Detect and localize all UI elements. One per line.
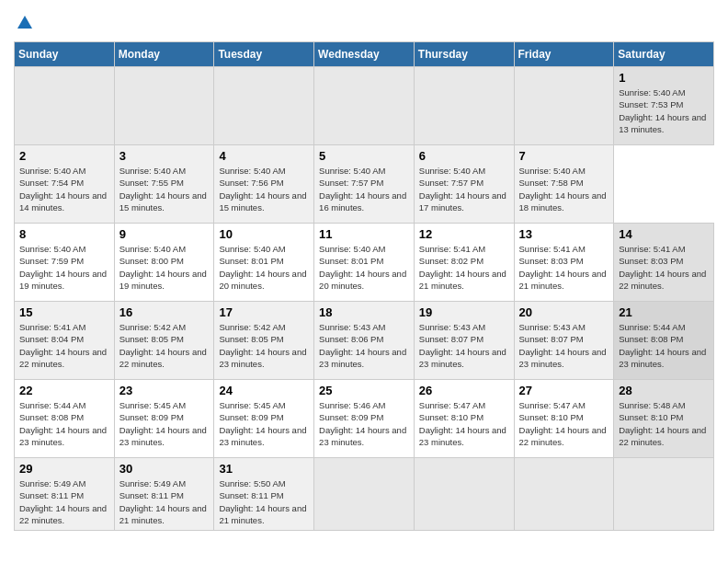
calendar-cell xyxy=(15,67,115,145)
day-info: Sunrise: 5:45 AMSunset: 8:09 PMDaylight:… xyxy=(219,399,309,448)
day-number: 7 xyxy=(519,149,609,163)
day-number: 11 xyxy=(319,227,409,241)
day-info: Sunrise: 5:45 AMSunset: 8:09 PMDaylight:… xyxy=(119,399,210,448)
day-number: 10 xyxy=(219,227,309,241)
day-info: Sunrise: 5:47 AMSunset: 8:10 PMDaylight:… xyxy=(419,399,509,448)
day-number: 29 xyxy=(19,462,109,476)
calendar-table: SundayMondayTuesdayWednesdayThursdayFrid… xyxy=(14,41,714,531)
calendar-cell: 24Sunrise: 5:45 AMSunset: 8:09 PMDayligh… xyxy=(214,380,314,458)
calendar-cell: 4Sunrise: 5:40 AMSunset: 7:56 PMDaylight… xyxy=(214,145,314,224)
calendar-cell xyxy=(314,458,415,531)
day-number: 16 xyxy=(119,305,210,319)
calendar-week-row: 1Sunrise: 5:40 AMSunset: 7:53 PMDaylight… xyxy=(15,67,714,145)
day-info: Sunrise: 5:44 AMSunset: 8:08 PMDaylight:… xyxy=(619,321,709,370)
calendar-cell xyxy=(314,67,415,145)
day-info: Sunrise: 5:43 AMSunset: 8:06 PMDaylight:… xyxy=(319,321,409,370)
calendar-header-tuesday: Tuesday xyxy=(214,42,314,67)
day-info: Sunrise: 5:41 AMSunset: 8:03 PMDaylight:… xyxy=(519,243,609,292)
logo xyxy=(14,14,34,32)
day-number: 13 xyxy=(519,227,609,241)
calendar-cell: 14Sunrise: 5:41 AMSunset: 8:03 PMDayligh… xyxy=(614,224,714,302)
day-number: 5 xyxy=(319,149,409,163)
calendar-header-sunday: Sunday xyxy=(15,42,115,67)
calendar-cell: 5Sunrise: 5:40 AMSunset: 7:57 PMDaylight… xyxy=(314,145,415,224)
calendar-cell xyxy=(414,458,514,531)
day-info: Sunrise: 5:40 AMSunset: 7:58 PMDaylight:… xyxy=(519,165,609,213)
calendar-cell: 21Sunrise: 5:44 AMSunset: 8:08 PMDayligh… xyxy=(614,302,714,380)
day-info: Sunrise: 5:49 AMSunset: 8:11 PMDaylight:… xyxy=(119,477,210,526)
day-number: 9 xyxy=(119,227,210,241)
day-number: 19 xyxy=(419,305,509,319)
day-info: Sunrise: 5:49 AMSunset: 8:11 PMDaylight:… xyxy=(19,477,109,526)
day-number: 26 xyxy=(419,384,509,397)
calendar-cell xyxy=(614,458,714,531)
day-number: 14 xyxy=(619,227,709,241)
day-number: 31 xyxy=(219,462,309,476)
day-number: 12 xyxy=(419,227,509,241)
day-info: Sunrise: 5:40 AMSunset: 7:57 PMDaylight:… xyxy=(419,165,509,213)
calendar-header-wednesday: Wednesday xyxy=(314,42,415,67)
calendar-cell: 12Sunrise: 5:41 AMSunset: 8:02 PMDayligh… xyxy=(414,224,514,302)
calendar-cell: 30Sunrise: 5:49 AMSunset: 8:11 PMDayligh… xyxy=(114,458,214,531)
svg-marker-0 xyxy=(17,16,32,29)
day-info: Sunrise: 5:40 AMSunset: 8:01 PMDaylight:… xyxy=(219,243,309,292)
calendar-cell: 6Sunrise: 5:40 AMSunset: 7:57 PMDaylight… xyxy=(414,145,514,224)
header xyxy=(14,14,714,32)
calendar-header-saturday: Saturday xyxy=(614,42,714,67)
day-info: Sunrise: 5:43 AMSunset: 8:07 PMDaylight:… xyxy=(419,321,509,370)
calendar-cell: 1Sunrise: 5:40 AMSunset: 7:53 PMDaylight… xyxy=(614,67,714,145)
calendar-cell xyxy=(114,67,214,145)
calendar-cell: 11Sunrise: 5:40 AMSunset: 8:01 PMDayligh… xyxy=(314,224,415,302)
day-info: Sunrise: 5:40 AMSunset: 7:53 PMDaylight:… xyxy=(619,86,709,135)
day-info: Sunrise: 5:44 AMSunset: 8:08 PMDaylight:… xyxy=(19,399,109,448)
logo-icon xyxy=(16,14,34,32)
day-info: Sunrise: 5:40 AMSunset: 8:01 PMDaylight:… xyxy=(319,243,409,292)
calendar-cell xyxy=(514,458,614,531)
calendar-cell: 20Sunrise: 5:43 AMSunset: 8:07 PMDayligh… xyxy=(514,302,614,380)
day-info: Sunrise: 5:40 AMSunset: 7:59 PMDaylight:… xyxy=(19,243,109,292)
day-number: 15 xyxy=(19,305,109,319)
calendar-cell: 10Sunrise: 5:40 AMSunset: 8:01 PMDayligh… xyxy=(214,224,314,302)
day-number: 21 xyxy=(619,305,709,319)
day-number: 18 xyxy=(319,305,409,319)
day-info: Sunrise: 5:43 AMSunset: 8:07 PMDaylight:… xyxy=(519,321,609,370)
calendar-cell xyxy=(514,67,614,145)
calendar-cell: 13Sunrise: 5:41 AMSunset: 8:03 PMDayligh… xyxy=(514,224,614,302)
calendar-cell: 29Sunrise: 5:49 AMSunset: 8:11 PMDayligh… xyxy=(15,458,115,531)
day-info: Sunrise: 5:40 AMSunset: 7:57 PMDaylight:… xyxy=(319,165,409,213)
day-number: 22 xyxy=(19,384,109,397)
day-number: 6 xyxy=(419,149,509,163)
calendar-cell xyxy=(214,67,314,145)
calendar-week-row: 2Sunrise: 5:40 AMSunset: 7:54 PMDaylight… xyxy=(15,145,714,224)
calendar-week-row: 29Sunrise: 5:49 AMSunset: 8:11 PMDayligh… xyxy=(15,458,714,531)
calendar-header-thursday: Thursday xyxy=(414,42,514,67)
day-number: 23 xyxy=(119,384,210,397)
calendar-cell: 17Sunrise: 5:42 AMSunset: 8:05 PMDayligh… xyxy=(214,302,314,380)
day-number: 2 xyxy=(19,149,109,163)
day-info: Sunrise: 5:40 AMSunset: 8:00 PMDaylight:… xyxy=(119,243,210,292)
day-number: 24 xyxy=(219,384,309,397)
calendar-header-row: SundayMondayTuesdayWednesdayThursdayFrid… xyxy=(15,42,714,67)
day-info: Sunrise: 5:42 AMSunset: 8:05 PMDaylight:… xyxy=(219,321,309,370)
day-number: 20 xyxy=(519,305,609,319)
day-info: Sunrise: 5:41 AMSunset: 8:03 PMDaylight:… xyxy=(619,243,709,292)
calendar-cell: 27Sunrise: 5:47 AMSunset: 8:10 PMDayligh… xyxy=(514,380,614,458)
day-number: 17 xyxy=(219,305,309,319)
calendar-cell: 16Sunrise: 5:42 AMSunset: 8:05 PMDayligh… xyxy=(114,302,214,380)
calendar-cell: 25Sunrise: 5:46 AMSunset: 8:09 PMDayligh… xyxy=(314,380,415,458)
calendar-week-row: 22Sunrise: 5:44 AMSunset: 8:08 PMDayligh… xyxy=(15,380,714,458)
calendar-cell: 23Sunrise: 5:45 AMSunset: 8:09 PMDayligh… xyxy=(114,380,214,458)
calendar-week-row: 8Sunrise: 5:40 AMSunset: 7:59 PMDaylight… xyxy=(15,224,714,302)
calendar-cell: 22Sunrise: 5:44 AMSunset: 8:08 PMDayligh… xyxy=(15,380,115,458)
calendar-cell: 3Sunrise: 5:40 AMSunset: 7:55 PMDaylight… xyxy=(114,145,214,224)
day-info: Sunrise: 5:50 AMSunset: 8:11 PMDaylight:… xyxy=(219,477,309,526)
calendar-cell: 8Sunrise: 5:40 AMSunset: 7:59 PMDaylight… xyxy=(15,224,115,302)
day-number: 3 xyxy=(119,149,210,163)
day-number: 4 xyxy=(219,149,309,163)
calendar-cell: 18Sunrise: 5:43 AMSunset: 8:06 PMDayligh… xyxy=(314,302,415,380)
calendar-cell: 19Sunrise: 5:43 AMSunset: 8:07 PMDayligh… xyxy=(414,302,514,380)
day-info: Sunrise: 5:47 AMSunset: 8:10 PMDaylight:… xyxy=(519,399,609,448)
day-info: Sunrise: 5:40 AMSunset: 7:56 PMDaylight:… xyxy=(219,165,309,213)
calendar-cell: 15Sunrise: 5:41 AMSunset: 8:04 PMDayligh… xyxy=(15,302,115,380)
calendar-cell: 31Sunrise: 5:50 AMSunset: 8:11 PMDayligh… xyxy=(214,458,314,531)
